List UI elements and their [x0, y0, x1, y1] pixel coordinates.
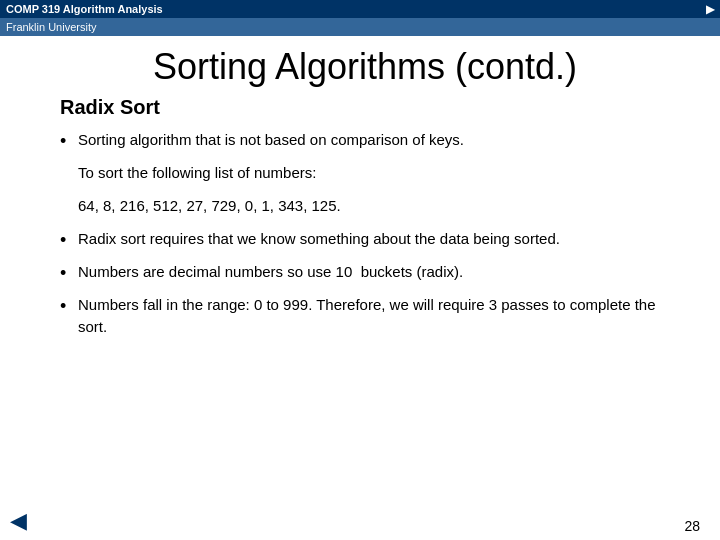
- sub-text: 64, 8, 216, 512, 27, 729, 0, 1, 343, 125…: [78, 195, 670, 217]
- slide-title: Sorting Algorithms (contd.): [60, 46, 670, 88]
- bullet-icon: •: [60, 227, 78, 253]
- sub-text: To sort the following list of numbers:: [78, 162, 670, 184]
- bullet-icon: •: [60, 293, 78, 319]
- course-title: COMP 319 Algorithm Analysis: [6, 3, 163, 15]
- list-item: To sort the following list of numbers:: [60, 162, 670, 187]
- list-item: • Numbers are decimal numbers so use 10 …: [60, 261, 670, 286]
- page-number: 28: [684, 518, 700, 534]
- bullet-text: Sorting algorithm that is not based on c…: [78, 129, 670, 151]
- bullet-icon: •: [60, 128, 78, 154]
- bullet-list: • Sorting algorithm that is not based on…: [60, 129, 670, 338]
- slide-content: Sorting Algorithms (contd.) Radix Sort •…: [0, 36, 720, 356]
- bullet-icon: [60, 194, 78, 220]
- list-item: • Radix sort requires that we know somet…: [60, 228, 670, 253]
- bullet-text: Numbers are decimal numbers so use 10 bu…: [78, 261, 670, 283]
- bullet-text: Radix sort requires that we know somethi…: [78, 228, 670, 250]
- bullet-icon: [60, 161, 78, 187]
- university-name: Franklin University: [6, 21, 96, 33]
- back-arrow-icon[interactable]: ◀: [10, 508, 27, 534]
- list-item: • Numbers fall in the range: 0 to 999. T…: [60, 294, 670, 338]
- course-header-bar: COMP 319 Algorithm Analysis: [0, 0, 720, 18]
- university-bar: Franklin University: [0, 18, 720, 36]
- bullet-text: Numbers fall in the range: 0 to 999. The…: [78, 294, 670, 338]
- bullet-icon: •: [60, 260, 78, 286]
- list-item: 64, 8, 216, 512, 27, 729, 0, 1, 343, 125…: [60, 195, 670, 220]
- section-heading: Radix Sort: [60, 96, 670, 119]
- list-item: • Sorting algorithm that is not based on…: [60, 129, 670, 154]
